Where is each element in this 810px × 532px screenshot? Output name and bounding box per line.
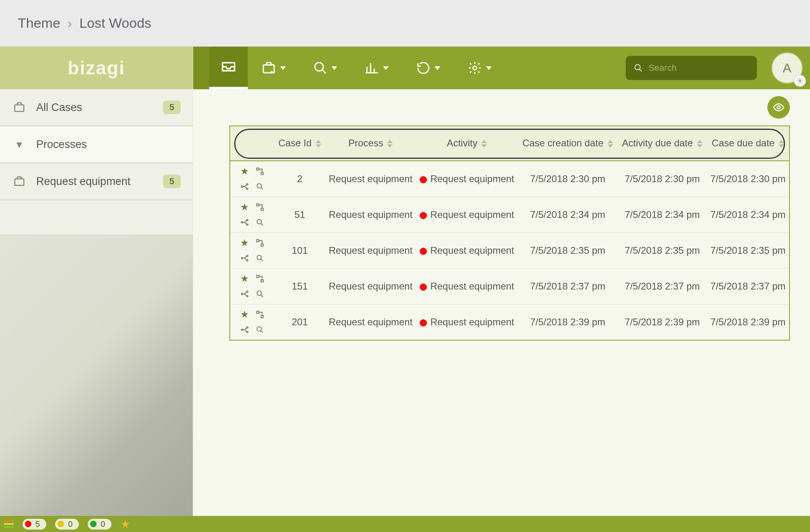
col-case-due[interactable]: Case due date <box>707 126 789 161</box>
magnifier-icon[interactable] <box>253 287 267 301</box>
caret-down-icon <box>280 66 286 70</box>
red-count-pill[interactable]: 5 <box>23 519 46 530</box>
new-case-button[interactable] <box>249 47 298 89</box>
table-row[interactable]: ★ 2 Request equipment Request equipment … <box>230 161 789 197</box>
cell-case-due: 7/5/2018 2:30 pm <box>707 161 789 197</box>
svg-rect-15 <box>261 208 264 211</box>
magnifier-icon[interactable] <box>253 180 267 193</box>
svg-rect-9 <box>261 173 264 175</box>
cell-creation-date: 7/5/2018 2:37 pm <box>518 269 618 304</box>
workflow-icon[interactable] <box>238 251 251 265</box>
refresh-button[interactable] <box>404 47 452 89</box>
chevron-right-icon: › <box>68 15 72 31</box>
gear-icon[interactable] <box>794 75 806 87</box>
green-count-pill[interactable]: 0 <box>88 519 111 530</box>
star-icon[interactable]: ★ <box>238 200 251 214</box>
subprocess-icon[interactable] <box>253 272 267 286</box>
reports-button[interactable] <box>352 47 401 89</box>
breadcrumb: Theme › Lost Woods <box>0 0 810 47</box>
star-icon[interactable]: ★ <box>238 236 251 250</box>
toolbar: A <box>193 47 810 89</box>
cell-case-id: 2 <box>274 161 325 197</box>
search-box[interactable] <box>626 56 757 80</box>
inbox-button[interactable] <box>209 47 248 89</box>
svg-point-34 <box>241 329 243 331</box>
cell-activity[interactable]: Request equipment <box>416 304 518 340</box>
sidebar-item-label: All Cases <box>36 101 163 114</box>
cases-table: Case Id Process Activity Case creation d… <box>229 125 790 341</box>
cell-process: Request equipment <box>325 197 416 233</box>
cell-activity[interactable]: Request equipment <box>416 197 518 233</box>
subprocess-icon[interactable] <box>253 200 267 214</box>
star-icon[interactable]: ★ <box>238 164 251 178</box>
magnifier-icon[interactable] <box>253 251 267 265</box>
col-creation-date[interactable]: Case creation date <box>518 126 618 161</box>
search-input[interactable] <box>649 63 749 73</box>
svg-rect-0 <box>15 105 24 111</box>
cell-activity-due: 7/5/2018 2:35 pm <box>618 233 707 269</box>
star-icon[interactable]: ★ <box>238 272 251 286</box>
subprocess-icon[interactable] <box>253 164 267 178</box>
sidebar-item-request-equipment[interactable]: Request equipment 5 <box>0 163 193 200</box>
svg-point-28 <box>241 293 243 295</box>
menu-icon[interactable] <box>4 520 14 528</box>
table-row[interactable]: ★ 151 Request equipment Request equipmen… <box>230 269 789 304</box>
col-case-id[interactable]: Case Id <box>274 126 325 161</box>
toggle-view-button[interactable] <box>767 96 790 119</box>
cell-activity[interactable]: Request equipment <box>416 233 518 269</box>
svg-point-17 <box>247 220 248 221</box>
svg-point-11 <box>247 184 248 185</box>
col-activity-due[interactable]: Activity due date <box>618 126 707 161</box>
svg-rect-27 <box>261 280 264 282</box>
svg-point-13 <box>257 184 262 188</box>
magnifier-icon[interactable] <box>253 323 267 337</box>
yellow-count-pill[interactable]: 0 <box>55 519 79 530</box>
breadcrumb-root[interactable]: Theme <box>18 15 60 31</box>
subprocess-icon[interactable] <box>253 236 267 250</box>
cell-case-due: 7/5/2018 2:34 pm <box>707 197 789 233</box>
search-menu-button[interactable] <box>301 47 349 89</box>
cell-activity-due: 7/5/2018 2:30 pm <box>618 161 707 197</box>
workflow-icon[interactable] <box>238 180 251 193</box>
caret-down-icon <box>435 66 440 70</box>
caret-down-icon <box>486 66 492 70</box>
svg-rect-14 <box>257 204 259 206</box>
cell-case-id: 101 <box>274 233 325 269</box>
favorite-star-icon[interactable]: ★ <box>120 518 130 531</box>
count-badge: 5 <box>163 175 181 188</box>
star-icon[interactable]: ★ <box>238 308 251 321</box>
table-row[interactable]: ★ 101 Request equipment Request equipmen… <box>230 233 789 269</box>
svg-point-29 <box>247 291 248 293</box>
caret-down-icon <box>332 66 337 70</box>
table-row[interactable]: ★ 51 Request equipment Request equipment… <box>230 197 789 233</box>
col-activity[interactable]: Activity <box>416 126 518 161</box>
yellow-dot-icon <box>58 521 64 527</box>
sidebar-item-all-cases[interactable]: All Cases 5 <box>0 89 193 126</box>
cell-case-id: 151 <box>274 269 325 304</box>
svg-point-12 <box>247 188 248 190</box>
cell-creation-date: 7/5/2018 2:30 pm <box>518 161 618 197</box>
red-dot-icon <box>25 521 31 527</box>
sidebar-group-processes[interactable]: ▾ Processes <box>0 126 193 163</box>
footer-status-bar: 5 0 0 ★ <box>0 516 810 532</box>
user-menu[interactable]: A <box>771 52 803 84</box>
workflow-icon[interactable] <box>238 216 251 229</box>
workflow-icon[interactable] <box>238 287 251 301</box>
svg-point-30 <box>247 296 248 297</box>
cell-activity[interactable]: Request equipment <box>416 269 518 304</box>
col-process[interactable]: Process <box>325 126 416 161</box>
workflow-icon[interactable] <box>238 323 251 337</box>
cell-process: Request equipment <box>325 161 416 197</box>
status-dot-icon <box>420 248 427 255</box>
status-dot-icon <box>420 283 427 291</box>
subprocess-icon[interactable] <box>253 308 267 321</box>
sidebar: bizagi All Cases 5 ▾ Processes Request e… <box>0 47 193 516</box>
cell-activity[interactable]: Request equipment <box>416 161 518 197</box>
svg-point-7 <box>777 106 780 109</box>
svg-point-24 <box>247 260 248 261</box>
settings-button[interactable] <box>455 47 504 89</box>
svg-point-36 <box>247 331 248 333</box>
logo-bar: bizagi <box>0 47 193 89</box>
table-row[interactable]: ★ 201 Request equipment Request equipmen… <box>230 304 789 340</box>
magnifier-icon[interactable] <box>253 216 267 229</box>
